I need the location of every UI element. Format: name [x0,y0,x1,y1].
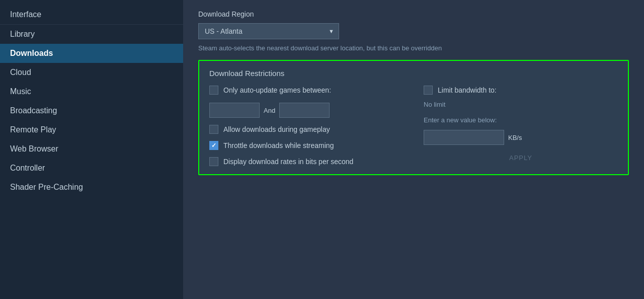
enter-value-text: Enter a new value below: [424,116,618,124]
bandwidth-input-row: KB/s [424,130,618,145]
display-bits-row: Display download rates in bits per secon… [209,157,404,166]
limit-bandwidth-checkbox[interactable] [424,86,433,95]
sidebar-item-downloads[interactable]: Downloads [0,44,183,63]
sidebar-item-web-browser[interactable]: Web Browser [0,139,183,159]
auto-update-row: Only auto-update games between: [209,86,404,95]
throttle-label: Throttle downloads while streaming [223,141,334,150]
left-column: Only auto-update games between: And Allo… [209,86,404,166]
sidebar-item-interface[interactable]: Interface [0,5,183,25]
allow-downloads-checkbox[interactable] [209,125,218,134]
time-input-start[interactable] [209,103,260,118]
time-and-label: And [264,107,275,114]
download-region-label: Download Region [198,10,629,18]
sidebar-item-library[interactable]: Library [0,25,183,44]
sidebar: Interface Library Downloads Cloud Music … [0,0,183,299]
sidebar-item-shader-pre-caching[interactable]: Shader Pre-Caching [0,178,183,197]
region-hint: Steam auto-selects the nearest download … [198,44,629,52]
sidebar-item-remote-play[interactable]: Remote Play [0,120,183,139]
time-inputs-row: And [209,103,404,118]
bandwidth-header: Limit bandwidth to: [424,86,618,95]
allow-downloads-label: Allow downloads during gameplay [223,125,330,133]
throttle-checkbox[interactable] [209,141,218,150]
display-bits-label: Display download rates in bits per secon… [223,158,353,166]
allow-downloads-row: Allow downloads during gameplay [209,125,404,134]
right-column: Limit bandwidth to: No limit Enter a new… [424,86,618,166]
bandwidth-input[interactable] [424,130,504,145]
restrictions-grid: Only auto-update games between: And Allo… [209,86,618,166]
region-select[interactable]: US - Atlanta [198,23,339,39]
restrictions-box: Download Restrictions Only auto-update g… [198,60,629,175]
auto-update-label: Only auto-update games between: [223,86,331,94]
sidebar-item-cloud[interactable]: Cloud [0,63,183,82]
restrictions-title: Download Restrictions [209,69,618,78]
region-select-container[interactable]: US - Atlanta [198,23,339,39]
kb-label: KB/s [508,134,522,141]
time-input-end[interactable] [279,103,330,118]
apply-button[interactable]: APPLY [424,151,618,165]
sidebar-item-controller[interactable]: Controller [0,159,183,178]
display-bits-checkbox[interactable] [209,157,218,166]
no-limit-text: No limit [424,101,618,108]
limit-bandwidth-label: Limit bandwidth to: [438,86,497,94]
main-content: Download Region US - Atlanta Steam auto-… [183,0,644,299]
sidebar-item-music[interactable]: Music [0,82,183,101]
sidebar-item-broadcasting[interactable]: Broadcasting [0,101,183,120]
throttle-row: Throttle downloads while streaming [209,141,404,150]
auto-update-checkbox[interactable] [209,86,218,95]
